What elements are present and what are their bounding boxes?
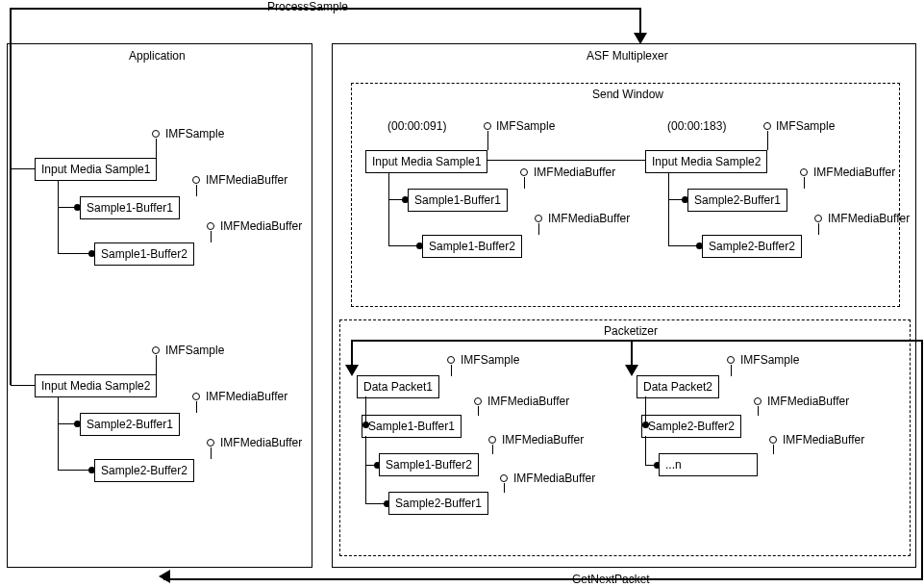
lollipop-stick	[451, 365, 452, 376]
application-title: Application	[125, 49, 189, 63]
packet2-title: Data Packet2	[643, 380, 712, 394]
packet2-buf2-box: ...n	[659, 453, 758, 476]
sw-sample1-buf1: Sample1-Buffer1	[414, 193, 501, 207]
tree-v	[365, 436, 366, 465]
lollipop-stick	[211, 447, 212, 459]
packet2-buf1: Sample2-Buffer2	[648, 420, 735, 433]
app-sample1-title: Input Media Sample1	[41, 163, 150, 176]
if-sample-label: IMFSample	[165, 127, 224, 140]
sw-sample2-buf1: Sample2-Buffer1	[694, 193, 781, 207]
multiplexer-title: ASF Multiplexer	[583, 49, 672, 63]
app-main-link	[10, 171, 12, 385]
lollipop-circle	[207, 439, 214, 447]
lollipop-circle	[814, 215, 822, 222]
sw-sample1-title: Input Media Sample1	[372, 155, 481, 168]
lollipop-stick	[758, 406, 759, 416]
sw-sample1-buf2-box: Sample1-Buffer2	[422, 235, 522, 258]
pk-if-buffer: IMFMediaBuffer	[767, 395, 849, 408]
lollipop-circle	[769, 436, 777, 444]
packet1-title: Data Packet1	[363, 380, 433, 394]
dot-icon	[642, 421, 649, 428]
application-panel	[7, 43, 312, 568]
lollipop-stick	[773, 445, 774, 454]
tree-v	[388, 199, 389, 245]
svg-marker-3	[159, 570, 170, 583]
app-sample2-buf2: Sample2-Buffer2	[101, 464, 187, 477]
tree-h	[58, 470, 91, 471]
packet1-buf3: Sample2-Buffer1	[395, 497, 482, 510]
lollipop-circle	[192, 176, 200, 184]
tree-v	[388, 172, 389, 199]
packet1-buf1: Sample1-Buffer1	[368, 420, 455, 433]
pk-if-sample: IMFSample	[740, 353, 799, 367]
if-buffer-label: IMFMediaBuffer	[206, 390, 287, 403]
sw-sample2-buf1-box: Sample2-Buffer1	[687, 189, 787, 212]
packet2-buf2: ...n	[665, 458, 682, 472]
pk-if-sample: IMFSample	[461, 353, 519, 367]
app-sample2-box: Input Media Sample2	[35, 374, 157, 397]
lollipop-circle	[535, 215, 542, 222]
lollipop-stick	[767, 131, 768, 150]
packet1-buf1-box: Sample1-Buffer1	[362, 415, 462, 438]
lollipop-stick	[538, 223, 539, 235]
sw-if-sample: IMFSample	[776, 119, 835, 133]
lollipop-circle	[500, 474, 508, 482]
sw-sample2-buf2-box: Sample2-Buffer2	[702, 235, 802, 258]
tree-v	[58, 423, 59, 470]
app-sample1-box: Input Media Sample1	[35, 158, 157, 181]
packet1-buf2-box: Sample1-Buffer2	[379, 453, 479, 476]
app-sample2-buf1-box: Sample2-Buffer1	[80, 413, 180, 436]
lollipop-circle	[727, 356, 735, 364]
app-sample1-buf2-box: Sample1-Buffer2	[94, 242, 194, 266]
sw-if-buffer: IMFMediaBuffer	[534, 166, 615, 179]
tree-v	[668, 199, 669, 245]
getnext-line-v-right	[921, 340, 923, 580]
lollipop-circle	[754, 397, 762, 405]
lollipop-circle	[484, 122, 491, 130]
app-sample2-buf2-box: Sample2-Buffer2	[94, 459, 194, 482]
sw-sample2-buf2: Sample2-Buffer2	[709, 240, 795, 253]
lollipop-stick	[478, 406, 479, 416]
lollipop-circle	[152, 346, 160, 354]
lollipop-stick	[156, 355, 157, 374]
lollipop-stick	[504, 483, 505, 493]
tree-v	[668, 172, 669, 199]
send-window-conn	[481, 160, 654, 161]
lollipop-circle	[152, 130, 160, 138]
packet1-buf2: Sample1-Buffer2	[386, 458, 472, 472]
lollipop-circle	[447, 356, 455, 364]
lollipop-stick	[524, 177, 525, 189]
tree-v	[58, 180, 59, 207]
lollipop-circle	[192, 393, 200, 400]
sw-sample2-title: Input Media Sample2	[652, 155, 761, 168]
app-sample1-buf1: Sample1-Buffer1	[87, 201, 173, 215]
app-sample1-buf2: Sample1-Buffer2	[101, 247, 187, 261]
lollipop-stick	[818, 223, 819, 235]
lollipop-circle	[800, 168, 808, 176]
app-sample2-title: Input Media Sample2	[41, 379, 150, 393]
sw-if-sample: IMFSample	[496, 119, 555, 133]
getnext-line-h-bottom	[163, 578, 923, 580]
lollipop-stick	[731, 365, 732, 376]
dot-icon	[362, 421, 369, 428]
tree-v	[365, 465, 366, 503]
sw-sample2-box: Input Media Sample2	[645, 150, 767, 173]
pk-if-buffer: IMFMediaBuffer	[502, 433, 584, 447]
if-buffer-label: IMFMediaBuffer	[220, 436, 302, 449]
packet1-buf3-box: Sample2-Buffer1	[388, 492, 488, 515]
lollipop-stick	[196, 185, 197, 196]
flow-process-sample: ProcessSample	[267, 0, 348, 13]
sw-sample2-time: (00:00:183)	[667, 119, 726, 133]
sw-if-buffer: IMFMediaBuffer	[548, 212, 630, 225]
if-buffer-label: IMFMediaBuffer	[220, 219, 302, 233]
lollipop-circle	[763, 122, 771, 130]
lollipop-stick	[211, 231, 212, 242]
tree-v	[645, 436, 646, 465]
conn	[11, 385, 35, 386]
diagram-root: ProcessSample GetNextPacket Application …	[0, 0, 924, 587]
sw-sample1-buf2: Sample1-Buffer2	[429, 240, 515, 253]
arrow-getnext-end	[159, 570, 170, 583]
lollipop-circle	[520, 168, 528, 176]
packet2-box: Data Packet2	[637, 375, 719, 398]
pk-if-buffer: IMFMediaBuffer	[487, 395, 569, 408]
